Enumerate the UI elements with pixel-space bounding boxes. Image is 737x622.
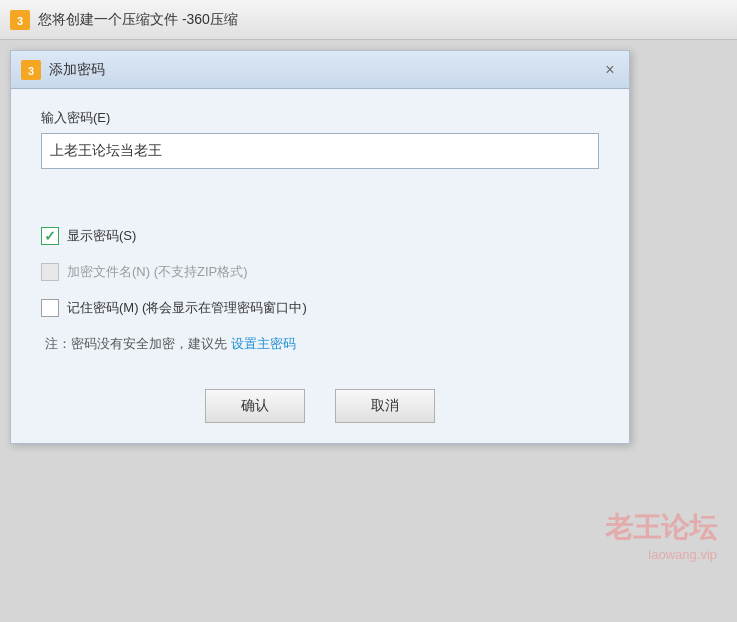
encrypt-filename-checkbox [41,263,59,281]
dialog-body: 输入密码(E) 显示密码(S) 加密文件名(N) (不支持ZIP格式) [11,89,629,373]
show-password-label: 显示密码(S) [67,227,136,245]
outer-title-text: 您将创建一个压缩文件 -360压缩 [38,11,238,29]
encrypt-filename-row: 加密文件名(N) (不支持ZIP格式) [41,263,599,281]
confirm-button[interactable]: 确认 [205,389,305,423]
cancel-button[interactable]: 取消 [335,389,435,423]
dialog-title-text: 添加密码 [49,61,105,79]
remember-password-checkbox[interactable] [41,299,59,317]
encrypt-filename-label: 加密文件名(N) (不支持ZIP格式) [67,263,248,281]
show-password-checkbox[interactable] [41,227,59,245]
note-row: 注：密码没有安全加密，建议先 设置主密码 [41,335,599,353]
password-label: 输入密码(E) [41,109,599,127]
dialog-icon: 3 [21,60,41,80]
remember-password-row: 记住密码(M) (将会显示在管理密码窗口中) [41,299,599,317]
add-password-dialog: 3 添加密码 × 输入密码(E) [10,50,630,444]
svg-text:3: 3 [17,15,23,27]
note-prefix: 注：密码没有安全加密，建议先 [45,335,227,353]
dialog-backdrop: 3 添加密码 × 输入密码(E) [0,40,737,622]
close-button[interactable]: × [599,59,621,81]
outer-title-bar: 3 您将创建一个压缩文件 -360压缩 [0,0,737,40]
dialog-footer: 确认 取消 [11,373,629,443]
show-password-row: 显示密码(S) [41,227,599,245]
main-content: 3 添加密码 × 输入密码(E) [0,40,737,622]
password-field-group: 输入密码(E) [41,109,599,169]
outer-window: 3 您将创建一个压缩文件 -360压缩 3 添加密码 × [0,0,737,622]
spacer [41,183,599,213]
app-icon: 3 [10,10,30,30]
password-input[interactable] [41,133,599,169]
remember-password-label: 记住密码(M) (将会显示在管理密码窗口中) [67,299,307,317]
set-master-password-link[interactable]: 设置主密码 [231,335,296,353]
svg-text:3: 3 [28,65,34,77]
dialog-title-bar: 3 添加密码 × [11,51,629,89]
